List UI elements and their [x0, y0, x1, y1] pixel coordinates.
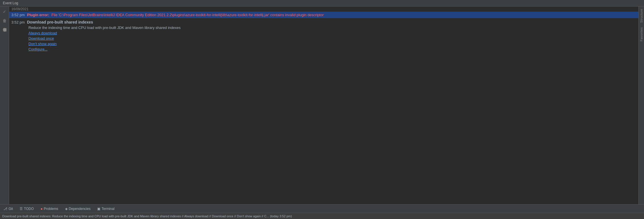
action-links: Always download Download once Don't show… [28, 31, 636, 51]
log-entry-info[interactable]: 3:52 pm Download pre-built shared indexe… [9, 18, 638, 52]
timestamp-2: 3:52 pm [11, 20, 25, 24]
title-label: Event Log [3, 1, 18, 5]
info-description: Reduce the indexing time and CPU load wi… [28, 26, 636, 30]
git-tab-label: Git [9, 207, 13, 211]
settings-icon[interactable] [1, 26, 9, 34]
event-log-panel: 16/09/2021 3:52 pm Plugin error: File 'C… [9, 7, 638, 204]
problems-icon: ● [41, 207, 43, 211]
delete-icon[interactable]: 🗑 [1, 17, 9, 25]
info-title: Download pre-built shared indexes [27, 20, 93, 24]
check-icon[interactable]: ✓ [1, 8, 9, 16]
dependencies-tab[interactable]: ◈ Dependencies [64, 205, 92, 213]
dependencies-tab-label: Dependencies [69, 207, 91, 211]
problems-tab[interactable]: ● Problems [40, 205, 59, 213]
log-entry-error[interactable]: 3:52 pm Plugin error: File 'C:\Program F… [9, 12, 638, 18]
terminal-tab[interactable]: ▣ Terminal [96, 205, 115, 213]
right-tabs: Structure Favorites [638, 7, 644, 204]
date-separator: 16/09/2021 [9, 7, 638, 12]
bottom-toolbar: ⎇ Git ☰ TODO ● Problems ◈ Dependencies ▣… [0, 204, 644, 213]
problems-tab-label: Problems [44, 207, 58, 211]
error-label: Plugin error: [27, 13, 49, 17]
favorites-tab[interactable]: Favorites [639, 25, 644, 44]
git-icon: ⎇ [3, 207, 7, 211]
terminal-icon: ▣ [97, 207, 100, 211]
left-sidebar: ✓ 🗑 [0, 7, 9, 204]
terminal-tab-label: Terminal [101, 207, 114, 211]
download-once-link[interactable]: Download once [28, 36, 54, 41]
title-bar: Event Log [0, 0, 644, 7]
dependencies-icon: ◈ [65, 207, 68, 211]
log-rows: 16/09/2021 3:52 pm Plugin error: File 'C… [9, 7, 638, 204]
todo-icon: ☰ [20, 207, 23, 211]
dont-show-again-link[interactable]: Don't show again [28, 42, 57, 46]
always-download-link[interactable]: Always download [28, 31, 57, 35]
status-bar: Download pre-built shared indexes: Reduc… [0, 213, 644, 219]
error-text: File 'C:\Program Files\JetBrains\Intelli… [51, 13, 324, 17]
configure-link[interactable]: Configure... [28, 47, 47, 51]
structure-tab[interactable]: Structure [639, 7, 644, 25]
timestamp-1: 3:52 pm [11, 13, 25, 17]
todo-tab-label: TODO [24, 207, 34, 211]
todo-tab[interactable]: ☰ TODO [18, 205, 35, 213]
git-tab[interactable]: ⎇ Git [2, 205, 14, 213]
status-text: Download pre-built shared indexes: Reduc… [2, 214, 292, 218]
